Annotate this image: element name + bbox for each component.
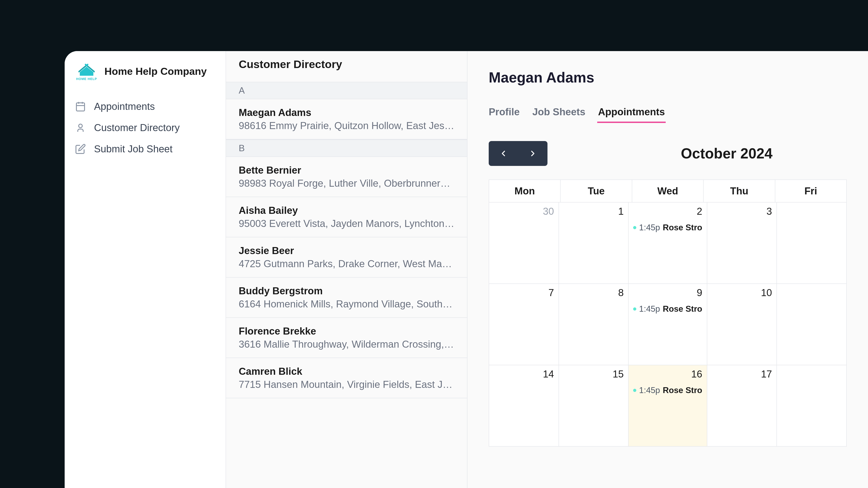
directory-title: Customer Directory bbox=[239, 58, 454, 70]
calendar-cell[interactable]: 10 bbox=[707, 284, 777, 365]
customer-title: Maegan Adams bbox=[489, 69, 847, 86]
chevron-left-icon bbox=[499, 149, 508, 158]
calendar-cell[interactable]: 9 1:45p Rose Stro bbox=[629, 284, 707, 365]
calendar-cell[interactable]: 8 bbox=[559, 284, 629, 365]
tab-job-sheets[interactable]: Job Sheets bbox=[532, 106, 585, 123]
customer-name: Bette Bernier bbox=[239, 164, 454, 176]
company-logo: HOME HELP bbox=[75, 61, 98, 82]
calendar-cell[interactable]: 30 bbox=[489, 203, 559, 283]
app-viewport: HOME HELP Home Help Company Appointments bbox=[65, 51, 868, 488]
directory-header: Customer Directory bbox=[226, 51, 467, 82]
customer-directory-panel: Customer Directory A Maegan Adams 98616 … bbox=[225, 51, 467, 488]
event-dot-icon bbox=[633, 389, 636, 392]
customer-address: 3616 Mallie Throughway, Wilderman Crossi… bbox=[239, 339, 454, 350]
calendar-cell[interactable]: 7 bbox=[489, 284, 559, 365]
customer-address: 7715 Hansen Mountain, Virginie Fields, E… bbox=[239, 379, 454, 390]
calendar-cell[interactable] bbox=[777, 365, 846, 446]
customer-item[interactable]: Buddy Bergstrom 6164 Homenick Mills, Ray… bbox=[226, 278, 467, 318]
letter-divider-a: A bbox=[226, 82, 467, 99]
customer-name: Aisha Bailey bbox=[239, 205, 454, 216]
customer-name: Camren Blick bbox=[239, 366, 454, 377]
user-icon bbox=[75, 122, 86, 133]
day-number: 30 bbox=[494, 206, 554, 217]
calendar-header-row: Mon Tue Wed Thu Fri bbox=[489, 180, 846, 202]
customer-address: 98616 Emmy Prairie, Quitzon Hollow, East… bbox=[239, 120, 454, 131]
month-title: October 2024 bbox=[681, 145, 773, 162]
nav-item-appointments[interactable]: Appointments bbox=[65, 96, 225, 117]
next-month-button[interactable] bbox=[518, 141, 548, 166]
calendar-controls: October 2024 bbox=[489, 141, 847, 166]
day-number: 10 bbox=[712, 287, 772, 298]
month-nav-buttons bbox=[489, 141, 548, 166]
calendar-icon bbox=[75, 101, 86, 112]
logo-text: HOME HELP bbox=[76, 77, 97, 81]
day-number: 15 bbox=[563, 368, 624, 380]
calendar-grid: Mon Tue Wed Thu Fri 30 1 2 1:45p Rose St… bbox=[489, 180, 847, 447]
customer-name: Florence Brekke bbox=[239, 326, 454, 337]
customer-item[interactable]: Bette Bernier 98983 Royal Forge, Luther … bbox=[226, 157, 467, 197]
customer-address: 6164 Homenick Mills, Raymond Village, So… bbox=[239, 298, 454, 310]
day-header: Wed bbox=[632, 180, 704, 202]
home-heart-icon bbox=[79, 62, 95, 77]
day-number: 17 bbox=[712, 368, 772, 380]
customer-item[interactable]: Florence Brekke 3616 Mallie Throughway, … bbox=[226, 318, 467, 358]
logo-section: HOME HELP Home Help Company bbox=[65, 61, 225, 82]
calendar-cell[interactable] bbox=[777, 284, 846, 365]
calendar-cell[interactable]: 14 bbox=[489, 365, 559, 446]
customer-item[interactable]: Maegan Adams 98616 Emmy Prairie, Quitzon… bbox=[226, 99, 467, 140]
day-header: Tue bbox=[561, 180, 632, 202]
event-name: Rose Stro bbox=[663, 386, 702, 395]
nav-label: Submit Job Sheet bbox=[94, 143, 173, 155]
nav-label: Appointments bbox=[94, 101, 155, 112]
content-panel: Maegan Adams Profile Job Sheets Appointm… bbox=[467, 51, 868, 488]
day-number: 8 bbox=[563, 287, 624, 298]
calendar-event[interactable]: 1:45p Rose Stro bbox=[633, 223, 702, 232]
customer-item[interactable]: Aisha Bailey 95003 Everett Vista, Jayden… bbox=[226, 197, 467, 237]
nav-item-customer-directory[interactable]: Customer Directory bbox=[65, 117, 225, 138]
company-name: Home Help Company bbox=[104, 65, 207, 77]
chevron-right-icon bbox=[528, 149, 537, 158]
calendar-cell[interactable]: 1 bbox=[559, 203, 629, 283]
prev-month-button[interactable] bbox=[489, 141, 518, 166]
event-name: Rose Stro bbox=[663, 304, 702, 314]
svg-point-4 bbox=[79, 124, 82, 128]
nav-label: Customer Directory bbox=[94, 122, 180, 133]
customer-name: Buddy Bergstrom bbox=[239, 285, 454, 297]
day-header: Mon bbox=[489, 180, 561, 202]
tab-appointments[interactable]: Appointments bbox=[598, 106, 665, 123]
customer-address: 4725 Gutmann Parks, Drake Corner, West M… bbox=[239, 258, 454, 269]
calendar-row: 7 8 9 1:45p Rose Stro 10 bbox=[489, 283, 846, 365]
event-dot-icon bbox=[633, 226, 636, 229]
calendar-cell[interactable]: 3 bbox=[707, 203, 777, 283]
nav-item-submit-job-sheet[interactable]: Submit Job Sheet bbox=[65, 138, 225, 160]
tab-profile[interactable]: Profile bbox=[489, 106, 520, 123]
day-number: 1 bbox=[563, 206, 624, 217]
calendar-row: 14 15 16 1:45p Rose Stro 17 bbox=[489, 365, 846, 446]
calendar-cell[interactable] bbox=[777, 203, 846, 283]
event-name: Rose Stro bbox=[663, 223, 702, 232]
tabs: Profile Job Sheets Appointments bbox=[489, 106, 847, 123]
day-header: Thu bbox=[704, 180, 775, 202]
customer-item[interactable]: Camren Blick 7715 Hansen Mountain, Virgi… bbox=[226, 358, 467, 398]
day-header: Fri bbox=[775, 180, 846, 202]
edit-icon bbox=[75, 144, 86, 154]
day-number: 3 bbox=[712, 206, 772, 217]
calendar-cell[interactable]: 15 bbox=[559, 365, 629, 446]
calendar-event[interactable]: 1:45p Rose Stro bbox=[633, 386, 702, 395]
calendar-cell-today[interactable]: 16 1:45p Rose Stro bbox=[629, 365, 707, 446]
day-number: 7 bbox=[494, 287, 554, 298]
calendar-cell[interactable]: 17 bbox=[707, 365, 777, 446]
calendar-cell[interactable]: 2 1:45p Rose Stro bbox=[629, 203, 707, 283]
calendar-event[interactable]: 1:45p Rose Stro bbox=[633, 304, 702, 314]
day-number: 9 bbox=[633, 287, 702, 298]
sidebar: HOME HELP Home Help Company Appointments bbox=[65, 51, 225, 488]
letter-divider-b: B bbox=[226, 140, 467, 157]
customer-name: Jessie Beer bbox=[239, 245, 454, 256]
event-time: 1:45p bbox=[639, 223, 660, 232]
day-number: 2 bbox=[633, 206, 702, 217]
event-time: 1:45p bbox=[639, 304, 660, 314]
customer-item[interactable]: Jessie Beer 4725 Gutmann Parks, Drake Co… bbox=[226, 237, 467, 278]
event-dot-icon bbox=[633, 307, 636, 311]
customer-name: Maegan Adams bbox=[239, 107, 454, 118]
customer-address: 95003 Everett Vista, Jayden Manors, Lync… bbox=[239, 218, 454, 229]
